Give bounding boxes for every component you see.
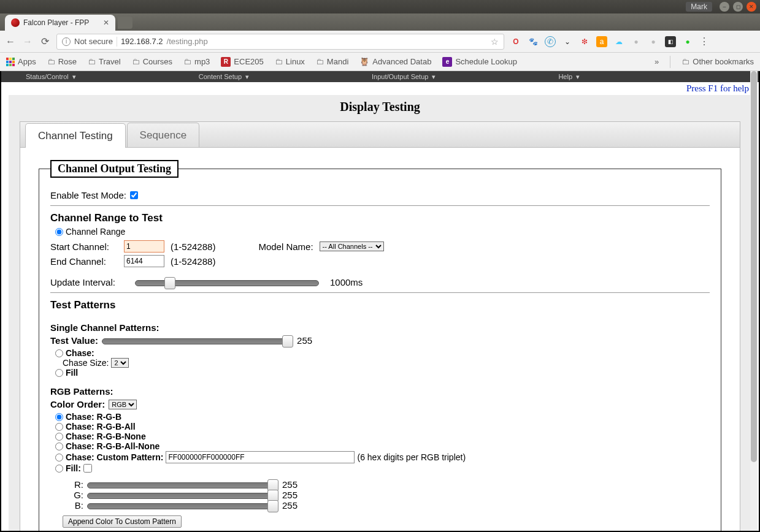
ext-icon-7[interactable]: ☁ (613, 36, 624, 47)
g-row: G: 255 (71, 490, 710, 500)
ext-icon-11[interactable]: ● (682, 36, 693, 47)
forward-button[interactable]: → (22, 36, 33, 47)
extension-icons: O 🐾 ✆ ⌄ ❇ a ☁ ● ● ◧ ● (510, 36, 693, 47)
color-order-label: Color Order: (50, 399, 105, 409)
url-path: /testing.php (167, 37, 208, 46)
ext-icon-5[interactable]: ❇ (579, 36, 590, 47)
r-slider[interactable] (87, 481, 278, 489)
tab-close-icon[interactable]: ✕ (103, 18, 109, 27)
window-close-button[interactable]: ✕ (747, 2, 756, 12)
custom-pattern-input[interactable] (166, 451, 355, 463)
chase-rgb-row: Chase: R-G-B (55, 412, 710, 422)
update-interval-slider[interactable] (135, 278, 319, 287)
r-label: R: (71, 479, 83, 490)
chevron-down-icon: ▾ (432, 73, 436, 81)
enable-test-row: Enable Test Mode: (50, 190, 710, 200)
r-row: R: 255 (71, 479, 710, 490)
chase-rgb-all-none-radio[interactable] (55, 443, 63, 450)
vertical-scrollbar[interactable] (750, 71, 758, 531)
model-name-select[interactable]: -- All Channels -- (320, 241, 384, 251)
ext-icon-8[interactable]: ● (631, 36, 642, 47)
append-color-button[interactable]: Append Color To Custom Pattern (63, 515, 182, 528)
update-interval-value: 1000ms (330, 277, 363, 287)
new-tab-button[interactable] (118, 17, 132, 29)
chase-radio[interactable] (55, 349, 63, 357)
bookmark-courses[interactable]: 🗀Courses (132, 57, 172, 66)
bookmark-linux[interactable]: 🗀Linux (275, 57, 305, 66)
chase-rgb-all-none-row: Chase: R-G-B-All-None (55, 441, 710, 451)
chase-row: Chase: (55, 348, 710, 358)
b-label: B: (71, 500, 83, 511)
bookmarks-bar: Apps 🗀Rose 🗀Travel 🗀Courses 🗀mp3 RECE205… (0, 53, 760, 71)
bookmark-travel[interactable]: 🗀Travel (88, 57, 121, 66)
end-channel-hint: (1-524288) (171, 256, 215, 267)
back-button[interactable]: ← (5, 36, 16, 47)
bookmark-rose[interactable]: 🗀Rose (47, 57, 77, 66)
nav-help[interactable]: Help ▾ (558, 73, 580, 81)
r-icon: R (221, 57, 231, 67)
other-bookmarks[interactable]: 🗀Other bookmarks (681, 57, 754, 66)
separator (670, 56, 670, 68)
rgb-patterns-heading: RGB Patterns: (50, 386, 710, 397)
ext-icon-6[interactable]: a (596, 36, 607, 47)
scrollbar-thumb[interactable] (751, 71, 757, 462)
address-bar[interactable]: i Not secure 192.168.7.2/testing.php ☆ (56, 34, 504, 50)
bookmark-mandi[interactable]: 🗀Mandi (316, 57, 348, 66)
channel-range-radio[interactable] (55, 228, 63, 236)
chase-rgb-all-radio[interactable] (55, 423, 63, 431)
separator (117, 37, 117, 47)
bookmark-star-icon[interactable]: ☆ (491, 37, 499, 47)
bookmark-advdb[interactable]: 🦉Advanced Datab (359, 57, 431, 66)
ext-icon-1[interactable]: O (510, 36, 521, 47)
ext-icon-10[interactable]: ◧ (665, 36, 676, 47)
tab-channel-testing[interactable]: Channel Testing (25, 123, 126, 148)
start-channel-input[interactable] (124, 240, 164, 253)
nav-status[interactable]: Status/Control ▾ (26, 73, 76, 81)
bookmark-sched[interactable]: eSchedule Lookup (442, 57, 516, 67)
tab-sequence[interactable]: Sequence (127, 123, 200, 147)
fill-label: Fill (66, 368, 78, 378)
chase-size-label: Chase Size: (63, 358, 109, 368)
chase-custom-radio[interactable] (55, 454, 63, 462)
enable-test-checkbox[interactable] (130, 191, 138, 199)
bookmarks-overflow-icon[interactable]: » (654, 57, 659, 66)
folder-icon: 🗀 (88, 57, 96, 66)
test-value-slider[interactable] (102, 336, 293, 345)
window-minimize-button[interactable]: – (720, 2, 729, 12)
fill-radio[interactable] (55, 369, 63, 377)
g-slider[interactable] (87, 491, 278, 500)
rgb-fill-radio[interactable] (55, 465, 63, 473)
enable-test-label: Enable Test Mode: (50, 190, 126, 200)
chase-rgb-none-radio[interactable] (55, 433, 63, 441)
chase-rgb-label: Chase: R-G-B (66, 412, 121, 422)
folder-icon: 🗀 (47, 57, 55, 66)
bookmark-ece205[interactable]: RECE205 (221, 57, 263, 67)
chrome-menu-icon[interactable]: ⋮ (699, 36, 709, 47)
e-icon: e (442, 57, 452, 67)
chase-rgb-radio[interactable] (55, 413, 63, 421)
nav-content[interactable]: Content Setup ▾ (199, 73, 249, 81)
browser-tab[interactable]: Falcon Player - FPP ✕ (5, 15, 115, 31)
page-scroll[interactable]: Status/Control ▾ Content Setup ▾ Input/O… (1, 71, 759, 531)
b-slider[interactable] (87, 501, 278, 510)
nav-io[interactable]: Input/Output Setup ▾ (372, 73, 436, 81)
security-label: Not secure (74, 37, 113, 46)
ext-icon-3[interactable]: ✆ (545, 36, 556, 47)
ext-icon-4[interactable]: ⌄ (562, 36, 573, 47)
color-order-select[interactable]: RGB (109, 400, 137, 409)
window-maximize-button[interactable]: ◻ (733, 2, 743, 12)
ext-icon-9[interactable]: ● (648, 36, 659, 47)
apps-bookmark[interactable]: Apps (6, 57, 36, 66)
start-channel-hint: (1-524288) (171, 241, 215, 252)
help-line: Press F1 for help (1, 82, 759, 95)
ext-icon-2[interactable]: 🐾 (528, 36, 539, 47)
info-icon[interactable]: i (62, 37, 71, 46)
help-link[interactable]: Press F1 for help (686, 83, 749, 93)
channel-range-heading: Channel Range to Test (50, 212, 710, 224)
chase-size-select[interactable]: 2 (111, 358, 129, 368)
rgb-fill-checkbox[interactable] (83, 464, 92, 473)
end-channel-input[interactable] (124, 255, 164, 267)
page-title: Display Testing (9, 95, 751, 121)
bookmark-mp3[interactable]: 🗀mp3 (183, 57, 210, 66)
reload-button[interactable]: ⟳ (39, 36, 50, 47)
